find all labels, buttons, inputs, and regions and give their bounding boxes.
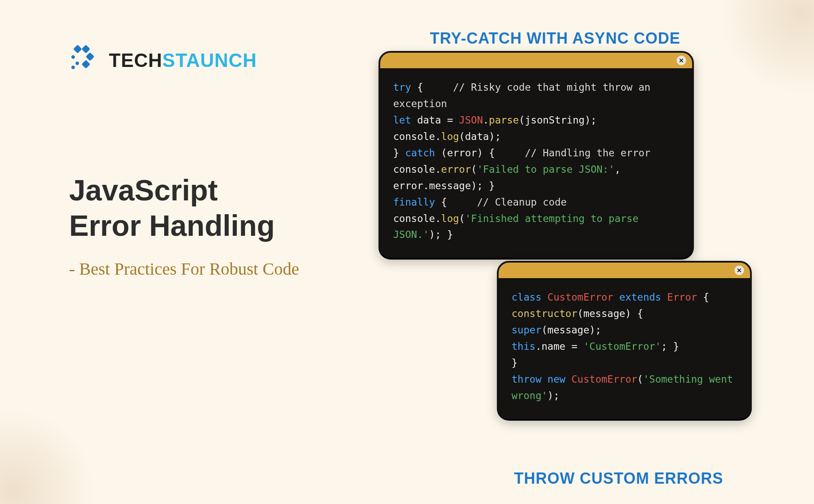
- svg-rect-1: [82, 44, 90, 53]
- svg-point-4: [71, 55, 75, 59]
- svg-point-6: [71, 66, 75, 69]
- svg-point-5: [76, 61, 79, 65]
- title-line-1: JavaScript: [69, 174, 218, 206]
- brand-name-part2: STAUNCH: [162, 50, 257, 71]
- code-panel-custom-error: ✕ class CustomError extends Error { cons…: [497, 261, 752, 419]
- headline-block: JavaScript Error Handling - Best Practic…: [69, 173, 299, 279]
- svg-rect-3: [82, 60, 90, 69]
- code-panel-try-catch: ✕ try { // Risky code that might throw a…: [378, 51, 694, 258]
- panel-titlebar: ✕: [499, 263, 750, 278]
- code-block-custom-error: class CustomError extends Error { constr…: [499, 278, 750, 417]
- brand-name: TECHSTAUNCH: [109, 50, 257, 71]
- code-block-try-catch: try { // Risky code that might throw an …: [380, 68, 692, 256]
- svg-rect-0: [73, 44, 82, 53]
- section-head-custom-errors: Throw Custom Errors: [514, 469, 723, 488]
- brand-name-part1: TECH: [109, 50, 162, 71]
- brand-mark-icon: [65, 43, 99, 78]
- close-icon[interactable]: ✕: [677, 56, 686, 65]
- section-head-try-catch: Try-Catch With Async Code: [430, 29, 680, 48]
- page-subtitle: - Best Practices For Robust Code: [69, 259, 299, 279]
- panel-titlebar: ✕: [380, 53, 692, 68]
- brand-logo: TECHSTAUNCH: [65, 43, 257, 78]
- svg-rect-2: [86, 52, 94, 61]
- page-title: JavaScript Error Handling: [69, 173, 299, 243]
- close-icon[interactable]: ✕: [735, 266, 744, 275]
- title-line-2: Error Handling: [69, 209, 275, 242]
